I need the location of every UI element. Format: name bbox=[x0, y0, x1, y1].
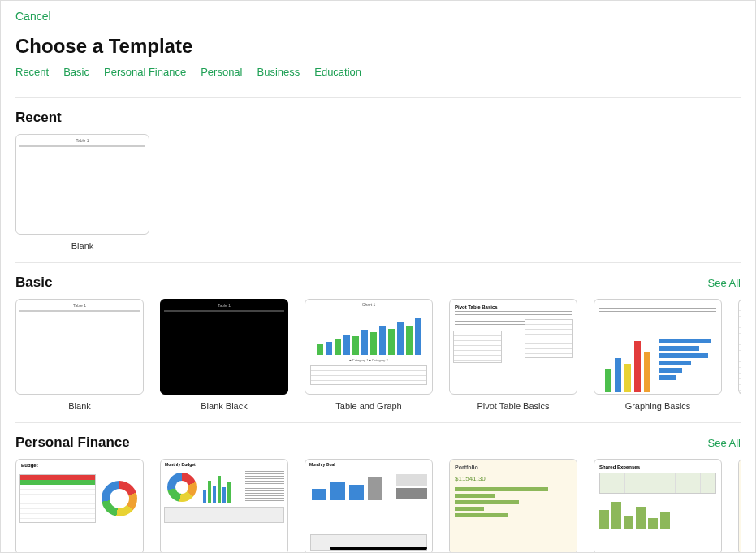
template-thumb-blank[interactable]: Table 1 bbox=[15, 299, 144, 395]
template-card[interactable]: Graphing Basics bbox=[594, 299, 722, 411]
template-card[interactable]: Table 1 Blank bbox=[15, 299, 144, 411]
thumb-inner-title: Monthly Budget bbox=[165, 462, 196, 467]
template-thumb-graphing[interactable] bbox=[594, 299, 722, 395]
category-personal[interactable]: Personal bbox=[201, 66, 242, 78]
section-title-basic: Basic bbox=[15, 274, 52, 291]
template-thumb-portfolio[interactable]: Portfolio $11541.30 bbox=[449, 459, 577, 553]
template-label: Pivot Table Basics bbox=[477, 401, 549, 411]
thumb-value: $11541.30 bbox=[455, 475, 572, 482]
thumb-inner-title: Pivot Table Basics bbox=[455, 305, 572, 309]
category-business[interactable]: Business bbox=[257, 66, 300, 78]
template-card[interactable]: Table 1 Blank bbox=[15, 134, 149, 251]
template-card[interactable]: Pivot Table Basics Pivot Table Basics bbox=[449, 299, 577, 411]
template-thumb-monthly-budget[interactable]: Monthly Budget bbox=[160, 459, 288, 553]
page-title: Choose a Template bbox=[15, 35, 755, 58]
thumb-inner-title: Table 1 bbox=[19, 303, 140, 308]
category-basic[interactable]: Basic bbox=[63, 66, 89, 78]
template-card[interactable]: Table 1 Blank Black bbox=[160, 299, 288, 411]
template-thumb-budget[interactable]: Budget bbox=[15, 459, 144, 553]
category-personal-finance[interactable]: Personal Finance bbox=[104, 66, 186, 78]
section-title-recent: Recent bbox=[15, 110, 62, 126]
template-label: Blank Black bbox=[201, 401, 247, 411]
template-peek-next[interactable] bbox=[738, 299, 741, 395]
see-all-basic[interactable]: See All bbox=[708, 277, 741, 289]
template-thumb-pivot[interactable]: Pivot Table Basics bbox=[449, 299, 577, 395]
category-nav: Recent Basic Personal Finance Personal B… bbox=[1, 66, 755, 89]
template-label: Graphing Basics bbox=[625, 401, 691, 411]
thumb-inner-title: Table 1 bbox=[164, 303, 284, 308]
template-thumb-table-graph[interactable]: Chart 1 ■ Category 1 ■ Category 2 bbox=[305, 299, 433, 395]
template-thumb-monthly-goal[interactable]: Monthly Goal bbox=[305, 459, 433, 553]
category-recent[interactable]: Recent bbox=[15, 66, 49, 78]
thumb-inner-title: Chart 1 bbox=[305, 300, 432, 307]
home-indicator bbox=[330, 547, 427, 550]
category-education[interactable]: Education bbox=[314, 66, 361, 78]
template-label: Blank bbox=[68, 401, 91, 411]
see-all-personal-finance[interactable]: See All bbox=[708, 437, 741, 449]
thumb-inner-title: Portfolio bbox=[455, 464, 572, 470]
cancel-button[interactable]: Cancel bbox=[15, 10, 51, 23]
thumb-inner-title: Monthly Goal bbox=[309, 462, 335, 467]
template-thumb-blank-black[interactable]: Table 1 bbox=[160, 299, 288, 395]
thumb-inner-title: Budget bbox=[21, 463, 38, 468]
thumb-inner-title: Table 1 bbox=[19, 138, 145, 143]
template-thumb-shared-expenses[interactable]: Shared Expenses bbox=[594, 459, 722, 553]
template-thumb-networth[interactable]: Net Worth Overview bbox=[738, 459, 741, 553]
template-card[interactable]: Chart 1 ■ Category 1 ■ Category 2 Table … bbox=[305, 299, 433, 411]
template-label: Table and Graph bbox=[335, 401, 401, 411]
thumb-inner-title: Shared Expenses bbox=[599, 464, 716, 469]
section-title-personal-finance: Personal Finance bbox=[15, 434, 130, 451]
template-thumb-blank[interactable]: Table 1 bbox=[15, 134, 149, 235]
template-label: Blank bbox=[71, 241, 94, 251]
